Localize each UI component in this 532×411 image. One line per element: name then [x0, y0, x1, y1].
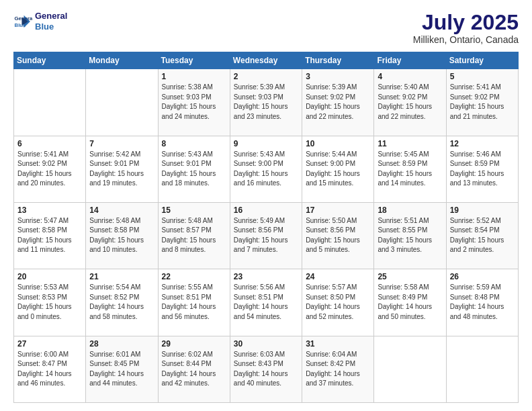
- day-info: Sunrise: 5:52 AM Sunset: 8:54 PM Dayligh…: [450, 216, 515, 255]
- svg-text:Blue: Blue: [15, 21, 27, 28]
- cell-w1-d7: 5Sunrise: 5:41 AM Sunset: 9:02 PM Daylig…: [446, 69, 518, 136]
- header-monday: Monday: [86, 52, 158, 69]
- day-number: 26: [450, 272, 515, 281]
- header: General Blue General Blue July 2025 Mill…: [13, 11, 519, 45]
- day-info: Sunrise: 5:55 AM Sunset: 8:51 PM Dayligh…: [162, 283, 226, 322]
- svg-text:General: General: [15, 15, 32, 21]
- cell-w3-d7: 19Sunrise: 5:52 AM Sunset: 8:54 PM Dayli…: [446, 202, 518, 269]
- day-number: 30: [234, 339, 298, 349]
- header-saturday: Saturday: [446, 52, 518, 69]
- day-number: 18: [378, 205, 442, 215]
- day-number: 1: [162, 72, 226, 81]
- day-number: 16: [234, 205, 298, 215]
- day-info: Sunrise: 5:42 AM Sunset: 9:01 PM Dayligh…: [89, 150, 154, 189]
- cell-w2-d5: 10Sunrise: 5:44 AM Sunset: 9:00 PM Dayli…: [302, 136, 374, 202]
- day-info: Sunrise: 5:56 AM Sunset: 8:51 PM Dayligh…: [234, 283, 298, 322]
- cell-w2-d1: 6Sunrise: 5:41 AM Sunset: 9:02 PM Daylig…: [14, 136, 86, 202]
- day-info: Sunrise: 6:03 AM Sunset: 8:43 PM Dayligh…: [234, 350, 298, 389]
- logo-blue: Blue: [35, 21, 67, 32]
- calendar-header-row: Sunday Monday Tuesday Wednesday Thursday…: [14, 52, 519, 69]
- cell-w5-d3: 29Sunrise: 6:02 AM Sunset: 8:44 PM Dayli…: [158, 336, 230, 402]
- logo: General Blue General Blue: [13, 11, 67, 32]
- day-info: Sunrise: 5:39 AM Sunset: 9:02 PM Dayligh…: [306, 83, 370, 122]
- day-number: 29: [162, 339, 226, 349]
- cell-w4-d4: 23Sunrise: 5:56 AM Sunset: 8:51 PM Dayli…: [230, 269, 302, 336]
- cell-w4-d5: 24Sunrise: 5:57 AM Sunset: 8:50 PM Dayli…: [302, 269, 374, 336]
- cell-w3-d5: 17Sunrise: 5:50 AM Sunset: 8:56 PM Dayli…: [302, 202, 374, 269]
- cell-w5-d1: 27Sunrise: 6:00 AM Sunset: 8:47 PM Dayli…: [14, 336, 86, 402]
- cell-w4-d1: 20Sunrise: 5:53 AM Sunset: 8:53 PM Dayli…: [14, 269, 86, 336]
- cell-w1-d5: 3Sunrise: 5:39 AM Sunset: 9:02 PM Daylig…: [302, 69, 374, 136]
- day-info: Sunrise: 5:58 AM Sunset: 8:49 PM Dayligh…: [378, 283, 442, 322]
- day-number: 8: [162, 139, 226, 148]
- day-info: Sunrise: 6:01 AM Sunset: 8:45 PM Dayligh…: [89, 350, 154, 389]
- cell-w4-d2: 21Sunrise: 5:54 AM Sunset: 8:52 PM Dayli…: [86, 269, 158, 336]
- day-number: 28: [89, 339, 154, 349]
- day-number: 12: [450, 139, 515, 148]
- cell-w2-d4: 9Sunrise: 5:43 AM Sunset: 9:00 PM Daylig…: [230, 136, 302, 202]
- cell-w4-d6: 25Sunrise: 5:58 AM Sunset: 8:49 PM Dayli…: [374, 269, 446, 336]
- day-number: 11: [378, 139, 442, 148]
- day-number: 10: [306, 139, 370, 148]
- day-number: 19: [450, 205, 515, 215]
- cell-w2-d6: 11Sunrise: 5:45 AM Sunset: 8:59 PM Dayli…: [374, 136, 446, 202]
- day-info: Sunrise: 5:53 AM Sunset: 8:53 PM Dayligh…: [17, 283, 82, 322]
- cell-w3-d1: 13Sunrise: 5:47 AM Sunset: 8:58 PM Dayli…: [14, 202, 86, 269]
- day-info: Sunrise: 5:41 AM Sunset: 9:02 PM Dayligh…: [450, 83, 515, 122]
- day-number: 9: [234, 139, 298, 148]
- cell-w1-d3: 1Sunrise: 5:38 AM Sunset: 9:03 PM Daylig…: [158, 69, 230, 136]
- day-number: 27: [17, 339, 82, 349]
- cell-w5-d7: [446, 336, 518, 402]
- cell-w2-d7: 12Sunrise: 5:46 AM Sunset: 8:59 PM Dayli…: [446, 136, 518, 202]
- day-info: Sunrise: 5:50 AM Sunset: 8:56 PM Dayligh…: [306, 216, 370, 255]
- day-number: 4: [378, 72, 442, 81]
- day-number: 23: [234, 272, 298, 281]
- header-tuesday: Tuesday: [158, 52, 230, 69]
- day-number: 6: [17, 139, 82, 148]
- logo-icon: General Blue: [13, 12, 32, 31]
- day-info: Sunrise: 5:41 AM Sunset: 9:02 PM Dayligh…: [17, 150, 82, 189]
- cell-w4-d3: 22Sunrise: 5:55 AM Sunset: 8:51 PM Dayli…: [158, 269, 230, 336]
- day-info: Sunrise: 6:04 AM Sunset: 8:42 PM Dayligh…: [306, 350, 370, 389]
- day-info: Sunrise: 5:48 AM Sunset: 8:58 PM Dayligh…: [89, 216, 154, 255]
- title-block: July 2025 Milliken, Ontario, Canada: [413, 11, 519, 45]
- day-number: 7: [89, 139, 154, 148]
- cell-w3-d3: 15Sunrise: 5:48 AM Sunset: 8:57 PM Dayli…: [158, 202, 230, 269]
- week-row-3: 13Sunrise: 5:47 AM Sunset: 8:58 PM Dayli…: [14, 202, 519, 269]
- day-number: 24: [306, 272, 370, 281]
- day-number: 15: [162, 205, 226, 215]
- day-number: 2: [234, 72, 298, 81]
- day-number: 25: [378, 272, 442, 281]
- day-info: Sunrise: 5:40 AM Sunset: 9:02 PM Dayligh…: [378, 83, 442, 122]
- week-row-4: 20Sunrise: 5:53 AM Sunset: 8:53 PM Dayli…: [14, 269, 519, 336]
- day-number: 31: [306, 339, 370, 349]
- week-row-2: 6Sunrise: 5:41 AM Sunset: 9:02 PM Daylig…: [14, 136, 519, 202]
- subtitle: Milliken, Ontario, Canada: [413, 34, 519, 45]
- day-info: Sunrise: 5:43 AM Sunset: 9:01 PM Dayligh…: [162, 150, 226, 189]
- day-info: Sunrise: 5:44 AM Sunset: 9:00 PM Dayligh…: [306, 150, 370, 189]
- day-info: Sunrise: 6:02 AM Sunset: 8:44 PM Dayligh…: [162, 350, 226, 389]
- cell-w5-d6: [374, 336, 446, 402]
- day-info: Sunrise: 5:46 AM Sunset: 8:59 PM Dayligh…: [450, 150, 515, 189]
- day-number: 3: [306, 72, 370, 81]
- day-number: 22: [162, 272, 226, 281]
- day-info: Sunrise: 5:45 AM Sunset: 8:59 PM Dayligh…: [378, 150, 442, 189]
- day-info: Sunrise: 5:51 AM Sunset: 8:55 PM Dayligh…: [378, 216, 442, 255]
- cell-w4-d7: 26Sunrise: 5:59 AM Sunset: 8:48 PM Dayli…: [446, 269, 518, 336]
- cell-w5-d2: 28Sunrise: 6:01 AM Sunset: 8:45 PM Dayli…: [86, 336, 158, 402]
- cell-w5-d4: 30Sunrise: 6:03 AM Sunset: 8:43 PM Dayli…: [230, 336, 302, 402]
- day-info: Sunrise: 5:49 AM Sunset: 8:56 PM Dayligh…: [234, 216, 298, 255]
- day-number: 20: [17, 272, 82, 281]
- header-wednesday: Wednesday: [230, 52, 302, 69]
- day-info: Sunrise: 5:57 AM Sunset: 8:50 PM Dayligh…: [306, 283, 370, 322]
- logo-general: General: [35, 11, 67, 21]
- cell-w3-d6: 18Sunrise: 5:51 AM Sunset: 8:55 PM Dayli…: [374, 202, 446, 269]
- cell-w1-d1: [14, 69, 86, 136]
- week-row-1: 1Sunrise: 5:38 AM Sunset: 9:03 PM Daylig…: [14, 69, 519, 136]
- cell-w1-d6: 4Sunrise: 5:40 AM Sunset: 9:02 PM Daylig…: [374, 69, 446, 136]
- page: General Blue General Blue July 2025 Mill…: [0, 0, 532, 411]
- header-friday: Friday: [374, 52, 446, 69]
- cell-w3-d4: 16Sunrise: 5:49 AM Sunset: 8:56 PM Dayli…: [230, 202, 302, 269]
- day-info: Sunrise: 5:47 AM Sunset: 8:58 PM Dayligh…: [17, 216, 82, 255]
- day-info: Sunrise: 6:00 AM Sunset: 8:47 PM Dayligh…: [17, 350, 82, 389]
